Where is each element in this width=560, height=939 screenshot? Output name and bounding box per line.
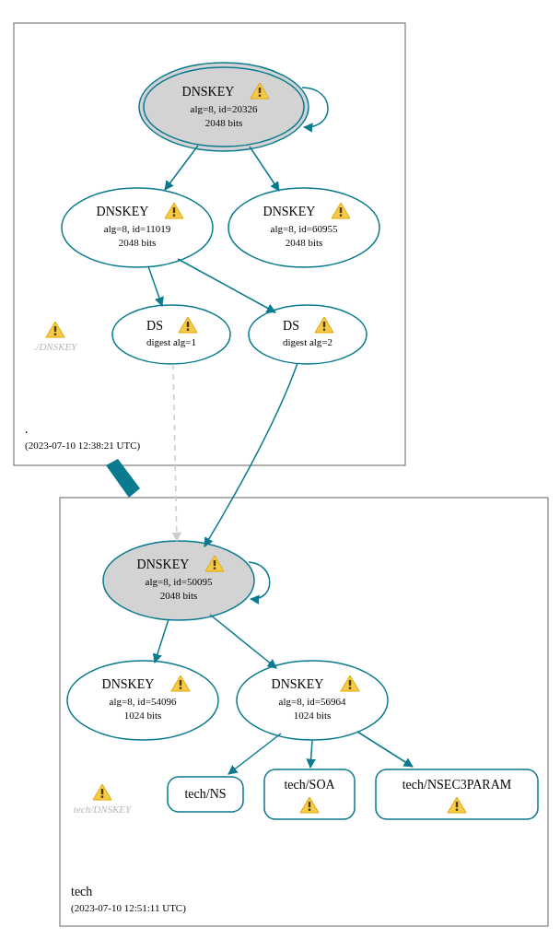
node-root-zsk2: DNSKEY alg=8, id=60955 2048 bits [228,188,379,267]
root-ksk-title: DNSKEY [182,85,235,99]
warning-icon [46,322,64,337]
zone-root-name: . [25,422,29,436]
tech-ksk-bits: 2048 bits [160,590,198,601]
tech-zsk2-alg: alg=8, id=56964 [279,696,346,707]
edge-zsk2-ns [228,734,281,774]
edge-zsk2-soa [310,740,312,768]
edge-techksk-zsk1 [155,619,169,663]
warning-icon [93,784,111,800]
tech-zsk1-alg: alg=8, id=54096 [110,696,177,707]
root-zsk2-title: DNSKEY [263,205,316,218]
root-zsk1-alg: alg=8, id=11019 [104,223,171,234]
node-root-zsk1: DNSKEY alg=8, id=11019 2048 bits [62,188,213,267]
zone-tech-name: tech [71,885,92,898]
tech-zsk1-bits: 1024 bits [124,710,162,721]
node-ds2: DS digest alg=2 [249,305,367,364]
tech-ksk-title: DNSKEY [137,558,190,571]
edge-ds2-techksk [204,363,298,546]
root-zsk1-bits: 2048 bits [119,237,157,248]
zone-tech-time: (2023-07-10 12:51:11 UTC) [71,902,186,914]
node-tech-zsk1: DNSKEY alg=8, id=54096 1024 bits [67,661,218,740]
zone-entry-arrow [106,459,140,498]
node-tech-ns: tech/NS [168,777,243,812]
root-ksk-alg: alg=8, id=20326 [191,103,258,114]
tech-ns-title: tech/NS [184,787,226,801]
ds1-title: DS [146,319,163,333]
ghost-root-dnskey: ./DNSKEY [34,322,79,352]
node-tech-nsec3param: tech/NSEC3PARAM [376,769,538,819]
ghost-tech-dnskey: tech/DNSKEY [74,784,133,815]
ghost-root-label: ./DNSKEY [34,341,79,352]
tech-n3p-title: tech/NSEC3PARAM [402,778,512,792]
tech-soa-title: tech/SOA [284,778,335,792]
root-ksk-bits: 2048 bits [205,117,243,128]
svg-point-7 [249,305,367,364]
edge-zsk1-ds1 [148,266,162,306]
tech-zsk2-bits: 1024 bits [294,710,332,721]
root-zsk2-alg: alg=8, id=60955 [271,223,338,234]
edge-techksk-zsk2 [210,615,276,668]
svg-point-6 [112,305,230,364]
node-ds1: DS digest alg=1 [112,305,230,364]
zone-root-time: (2023-07-10 12:38:21 UTC) [25,440,141,452]
node-tech-zsk2: DNSKEY alg=8, id=56964 1024 bits [237,661,388,740]
ds1-alg: digest alg=1 [146,336,196,347]
node-tech-soa: tech/SOA [264,769,355,819]
tech-ksk-alg: alg=8, id=50095 [146,576,213,587]
root-zsk1-title: DNSKEY [97,205,149,218]
tech-zsk1-title: DNSKEY [102,677,155,691]
tech-zsk2-title: DNSKEY [272,677,324,691]
node-root-ksk: DNSKEY alg=8, id=20326 2048 bits [139,63,309,151]
ghost-tech-label: tech/DNSKEY [74,804,133,815]
node-tech-ksk: DNSKEY alg=8, id=50095 2048 bits [103,541,254,620]
edge-ds1-techksk [173,364,177,541]
edge-zsk2-n3p [357,732,413,767]
edge-rootksk-zsk1 [165,146,198,190]
ds2-alg: digest alg=2 [283,336,332,347]
edge-rootksk-zsk2 [250,147,279,191]
edge-zsk1-ds2 [178,259,275,312]
root-zsk2-bits: 2048 bits [286,237,323,248]
ds2-title: DS [283,319,299,333]
